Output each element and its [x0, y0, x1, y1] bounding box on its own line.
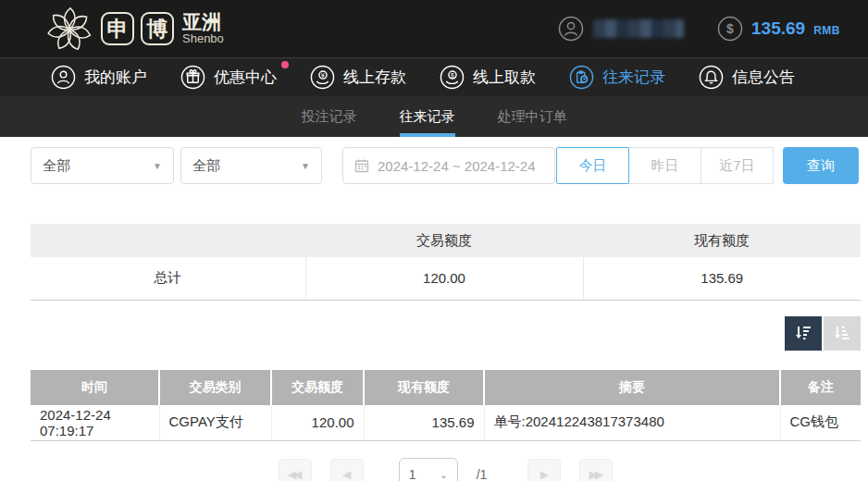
type-filter-select[interactable]: 全部 ▼: [31, 147, 174, 184]
username-redacted: [593, 19, 684, 38]
tab-pending-orders[interactable]: 处理中订单: [498, 96, 567, 137]
user-icon: [51, 65, 76, 90]
summary-header-row: 交易额度 现有额度: [31, 224, 861, 257]
sort-controls: [31, 316, 861, 351]
first-page-button[interactable]: ◀◀: [279, 459, 312, 481]
col-header-balance: 现有额度: [364, 370, 484, 405]
user-account-area[interactable]: [558, 16, 684, 42]
transaction-records-icon: [569, 65, 594, 90]
date-range-value: 2024-12-24 ~ 2024-12-24: [378, 158, 536, 174]
notification-dot: [281, 61, 289, 68]
pagination: ◀◀ ◀ 1 ⌄ /1 ▶ ▶▶: [31, 458, 861, 481]
col-header-remark: 备注: [780, 370, 861, 405]
page-select-value: 1: [409, 467, 416, 481]
dollar-circle-icon: $: [717, 16, 743, 42]
next-page-button[interactable]: ▶: [527, 459, 561, 481]
nav-label: 我的账户: [84, 67, 147, 88]
withdraw-coin-icon: $: [440, 65, 465, 90]
chevron-down-icon: ▼: [301, 161, 310, 171]
summary-header-balance: 现有额度: [583, 224, 861, 257]
last7days-button[interactable]: 近7日: [701, 147, 774, 184]
last-page-button[interactable]: ▶▶: [579, 459, 613, 481]
user-circle-icon: [558, 16, 584, 42]
col-header-summary: 摘要: [484, 370, 780, 405]
nav-item-online-deposit[interactable]: ¥ 线上存款: [310, 65, 406, 90]
top-header: 申 博 亚洲 Shenbo $ 135.69 RMB: [0, 0, 868, 57]
summary-total-balance: 135.69: [583, 257, 861, 300]
tab-betting-records[interactable]: 投注记录: [302, 96, 357, 137]
logo-subtitle: Shenbo: [182, 32, 224, 45]
col-header-amount: 交易额度: [271, 370, 364, 405]
balance-display[interactable]: $ 135.69 RMB: [717, 16, 840, 42]
table-row: 2024-12-24 07:19:17 CGPAY支付 120.00 135.6…: [31, 405, 861, 441]
chevron-down-icon: ⌄: [440, 470, 447, 480]
nav-item-online-withdraw[interactable]: $ 线上取款: [440, 65, 536, 90]
svg-text:$: $: [726, 21, 734, 36]
calendar-icon: [354, 158, 369, 173]
filter-row: 全部 ▼ 全部 ▼ 2024-12-24 ~ 2024-12-24 今日 昨日 …: [31, 147, 861, 184]
sort-descending-button[interactable]: [785, 316, 822, 351]
cell-time: 2024-12-24 07:19:17: [31, 405, 159, 441]
balance-amount: 135.69: [751, 18, 805, 39]
logo-char-2: 博: [141, 12, 174, 45]
quick-date-buttons: 今日 昨日 近7日: [557, 147, 774, 184]
svg-text:¥: ¥: [321, 72, 325, 79]
category-filter-select[interactable]: 全部 ▼: [180, 147, 322, 184]
double-right-arrow-icon: ▶▶: [589, 468, 601, 481]
nav-label: 往来记录: [602, 67, 665, 88]
category-filter-value: 全部: [192, 157, 220, 175]
content-area: 全部 ▼ 全部 ▼ 2024-12-24 ~ 2024-12-24 今日 昨日 …: [0, 137, 868, 481]
nav-label: 线上取款: [473, 67, 536, 88]
summary-total-label: 总计: [31, 257, 305, 300]
right-arrow-icon: ▶: [540, 468, 546, 481]
records-header-row: 时间 交易类别 交易额度 现有额度 摘要 备注: [31, 370, 861, 405]
prev-page-button[interactable]: ◀: [330, 459, 364, 481]
sort-descending-icon: [793, 323, 813, 343]
nav-item-announcements[interactable]: 信息公告: [699, 65, 795, 90]
sort-ascending-button[interactable]: [824, 316, 861, 351]
bell-icon: [699, 65, 724, 90]
summary-total-row: 总计 120.00 135.69: [31, 257, 861, 300]
svg-text:$: $: [451, 72, 454, 79]
logo-char-1: 申: [101, 12, 134, 45]
sort-ascending-icon: [832, 323, 852, 343]
site-logo[interactable]: 申 博 亚洲 Shenbo: [44, 3, 224, 55]
nav-item-promotions[interactable]: 优惠中心: [180, 65, 277, 90]
nav-item-transaction-records[interactable]: 往来记录: [569, 65, 665, 90]
summary-table: 交易额度 现有额度 总计 120.00 135.69: [31, 224, 861, 301]
query-button[interactable]: 查询: [783, 147, 859, 184]
nav-label: 信息公告: [732, 67, 795, 88]
tab-transaction-records[interactable]: 往来记录: [400, 96, 455, 137]
record-tabs: 投注记录 往来记录 处理中订单: [0, 96, 868, 137]
yesterday-button[interactable]: 昨日: [628, 147, 701, 184]
summary-header-empty: [31, 224, 305, 257]
gift-icon: [180, 65, 205, 90]
summary-header-amount: 交易额度: [305, 224, 583, 257]
date-range-input[interactable]: 2024-12-24 ~ 2024-12-24: [342, 147, 555, 184]
cell-amount: 120.00: [271, 405, 364, 441]
cell-balance: 135.69: [364, 405, 484, 441]
type-filter-value: 全部: [43, 157, 70, 175]
balance-currency: RMB: [813, 24, 840, 37]
cell-type: CGPAY支付: [159, 405, 271, 441]
deposit-coin-icon: ¥: [310, 65, 335, 90]
col-header-time: 时间: [31, 370, 159, 405]
nav-label: 优惠中心: [214, 67, 277, 88]
nav-item-my-account[interactable]: 我的账户: [51, 65, 147, 90]
flower-logo-icon: [44, 3, 94, 55]
summary-total-amount: 120.00: [305, 257, 583, 300]
today-button[interactable]: 今日: [556, 147, 629, 184]
col-header-type: 交易类别: [159, 370, 271, 405]
records-table: 时间 交易类别 交易额度 现有额度 摘要 备注 2024-12-24 07:19…: [31, 370, 861, 442]
page-select[interactable]: 1 ⌄: [399, 458, 458, 481]
cell-remark: CG钱包: [780, 405, 861, 441]
left-arrow-icon: ◀: [342, 468, 348, 481]
double-left-arrow-icon: ◀◀: [288, 468, 299, 481]
chevron-down-icon: ▼: [153, 161, 162, 171]
main-navigation: 我的账户 优惠中心 ¥ 线上存款 $ 线上取款 往来: [0, 57, 868, 96]
nav-label: 线上存款: [343, 67, 406, 88]
cell-summary: 单号:202412243817373480: [484, 405, 780, 441]
page-total-label: /1: [477, 467, 488, 481]
logo-region: 亚洲: [182, 12, 224, 32]
